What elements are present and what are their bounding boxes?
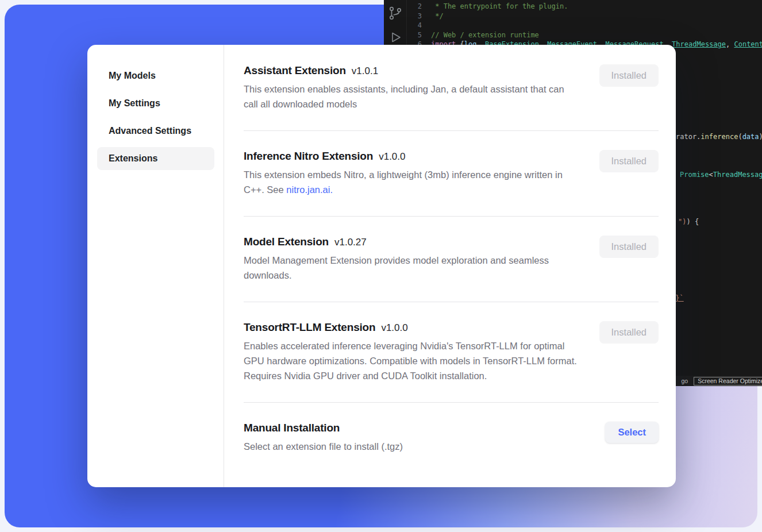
extension-row-inference-nitro: Inference Nitro Extension v1.0.0 This ex…	[244, 131, 659, 217]
extension-title: Assistant Extension v1.0.1	[244, 64, 577, 77]
extension-row-model: Model Extension v1.0.27 Model Management…	[244, 217, 659, 302]
code-line: 2 * The entrypoint for the plugin.	[407, 2, 762, 11]
source-control-icon[interactable]	[388, 6, 403, 21]
settings-modal: My Models My Settings Advanced Settings …	[87, 45, 676, 487]
settings-sidebar: My Models My Settings Advanced Settings …	[87, 45, 224, 487]
extension-name: Inference Nitro Extension	[244, 150, 373, 163]
extension-title: TensortRT-LLM Extension v1.0.0	[244, 321, 577, 334]
extension-info: Manual Installation Select an extension …	[244, 422, 403, 454]
extension-title: Manual Installation	[244, 422, 403, 434]
manual-installation-row: Manual Installation Select an extension …	[244, 403, 659, 473]
sidebar-item-advanced-settings[interactable]: Advanced Settings	[97, 119, 214, 142]
code-line: 4	[407, 21, 762, 30]
run-debug-icon[interactable]	[388, 30, 402, 45]
extensions-panel: Assistant Extension v1.0.1 This extensio…	[224, 45, 676, 487]
installed-button[interactable]: Installed	[599, 150, 659, 172]
extension-version: v1.0.27	[334, 237, 367, 248]
extension-description: Enables accelerated inference leveraging…	[244, 339, 577, 383]
extension-row-assistant: Assistant Extension v1.0.1 This extensio…	[244, 64, 659, 131]
extension-description: Model Management Extension provides mode…	[244, 253, 577, 283]
line-number: 2	[407, 2, 422, 11]
nitro-jan-ai-link[interactable]: nitro.jan.ai.	[286, 184, 333, 195]
extension-version: v1.0.0	[379, 151, 405, 163]
extension-description: This extension embeds Nitro, a lightweig…	[244, 168, 577, 197]
line-number: 5	[407, 30, 422, 40]
extension-name: Model Extension	[244, 236, 329, 248]
extension-info: Model Extension v1.0.27 Model Management…	[244, 236, 577, 283]
code-fragment: Promise<ThreadMessage>	[680, 171, 762, 179]
extension-info: TensortRT-LLM Extension v1.0.0 Enables a…	[244, 321, 577, 383]
extension-name: TensortRT-LLM Extension	[244, 321, 375, 334]
sidebar-item-label: Extensions	[109, 153, 157, 164]
installed-button[interactable]: Installed	[599, 64, 659, 87]
code-fragment: rator.inference(data));	[676, 133, 762, 141]
code-area: 2 * The entrypoint for the plugin. 3 */ …	[407, 2, 762, 49]
extension-title: Model Extension v1.0.27	[244, 236, 577, 248]
select-file-button[interactable]: Select	[605, 422, 659, 443]
code-text: // Web / extension runtime	[431, 30, 539, 40]
manual-installation-description: Select an extension file to install (.tg…	[244, 440, 403, 454]
sidebar-item-my-models[interactable]: My Models	[97, 64, 214, 87]
code-line: 5 // Web / extension runtime	[407, 30, 762, 40]
code-fragment: ")) {	[678, 218, 699, 226]
extension-name: Assistant Extension	[244, 64, 346, 77]
line-number: 4	[407, 21, 422, 30]
code-line: 3 */	[407, 11, 762, 21]
installed-button[interactable]: Installed	[599, 236, 659, 258]
desktop-background: 2 * The entrypoint for the plugin. 3 */ …	[0, 0, 762, 532]
screen-reader-optimized-badge[interactable]: Screen Reader Optimized	[694, 377, 762, 385]
code-text: */	[431, 11, 444, 21]
extension-title: Inference Nitro Extension v1.0.0	[244, 150, 577, 163]
sidebar-item-my-settings[interactable]: My Settings	[97, 92, 214, 115]
extension-version: v1.0.1	[352, 65, 378, 77]
sidebar-item-label: Advanced Settings	[109, 126, 191, 136]
code-text: * The entrypoint for the plugin.	[431, 2, 568, 11]
extension-info: Assistant Extension v1.0.1 This extensio…	[244, 64, 577, 111]
line-number: 3	[407, 11, 422, 21]
extension-version: v1.0.0	[381, 322, 407, 334]
extension-info: Inference Nitro Extension v1.0.0 This ex…	[244, 150, 577, 197]
sidebar-item-label: My Models	[109, 71, 156, 81]
installed-button[interactable]: Installed	[599, 321, 659, 344]
manual-installation-title: Manual Installation	[244, 422, 340, 434]
sidebar-item-label: My Settings	[109, 98, 160, 109]
extension-row-tensorrt-llm: TensortRT-LLM Extension v1.0.0 Enables a…	[244, 302, 659, 403]
sidebar-item-extensions[interactable]: Extensions	[97, 147, 214, 170]
status-text: go	[682, 377, 688, 384]
extension-description: This extension enables assistants, inclu…	[244, 82, 577, 111]
